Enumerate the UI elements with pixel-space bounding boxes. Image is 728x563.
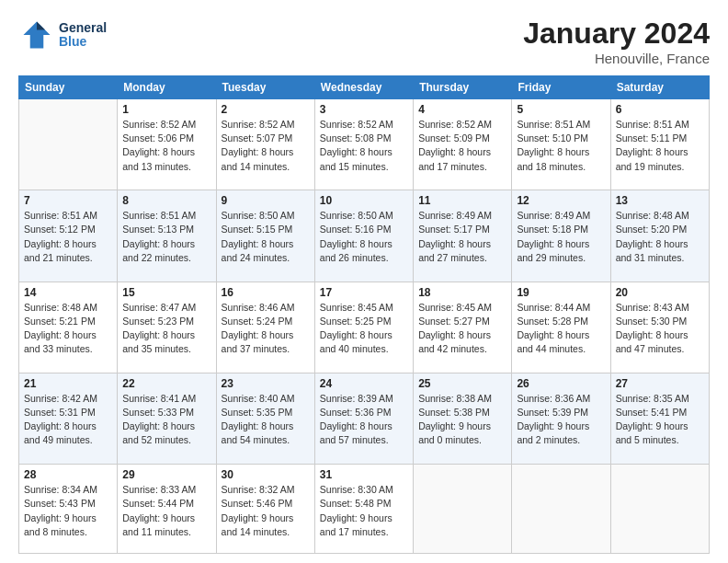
day-number: 31 bbox=[320, 468, 408, 481]
day-info: Sunrise: 8:46 AM Sunset: 5:24 PM Dayligh… bbox=[222, 301, 310, 357]
day-number: 15 bbox=[122, 286, 210, 299]
calendar-cell: 11Sunrise: 8:49 AM Sunset: 5:17 PM Dayli… bbox=[414, 190, 512, 282]
calendar-cell: 6Sunrise: 8:51 AM Sunset: 5:11 PM Daylig… bbox=[610, 99, 709, 190]
calendar-cell: 31Sunrise: 8:30 AM Sunset: 5:48 PM Dayli… bbox=[314, 465, 413, 554]
day-number: 10 bbox=[320, 194, 408, 207]
calendar-cell bbox=[610, 465, 709, 554]
day-info: Sunrise: 8:48 AM Sunset: 5:20 PM Dayligh… bbox=[616, 209, 704, 265]
calendar-cell: 18Sunrise: 8:45 AM Sunset: 5:27 PM Dayli… bbox=[414, 282, 512, 373]
day-info: Sunrise: 8:33 AM Sunset: 5:44 PM Dayligh… bbox=[122, 483, 210, 539]
day-info: Sunrise: 8:45 AM Sunset: 5:27 PM Dayligh… bbox=[418, 301, 506, 357]
weekday-header: Thursday bbox=[414, 76, 512, 99]
calendar-week-row: 14Sunrise: 8:48 AM Sunset: 5:21 PM Dayli… bbox=[19, 282, 710, 373]
title-block: January 2024 Henouville, France bbox=[523, 17, 710, 66]
calendar-cell bbox=[19, 99, 118, 190]
calendar-cell: 15Sunrise: 8:47 AM Sunset: 5:23 PM Dayli… bbox=[118, 282, 216, 373]
day-number: 16 bbox=[222, 286, 310, 299]
day-info: Sunrise: 8:43 AM Sunset: 5:30 PM Dayligh… bbox=[616, 301, 704, 357]
day-info: Sunrise: 8:51 AM Sunset: 5:13 PM Dayligh… bbox=[122, 209, 210, 265]
day-number: 25 bbox=[418, 377, 506, 390]
weekday-header: Saturday bbox=[610, 76, 709, 99]
calendar-cell: 10Sunrise: 8:50 AM Sunset: 5:16 PM Dayli… bbox=[314, 190, 413, 282]
day-number: 4 bbox=[418, 103, 506, 116]
calendar-week-row: 7Sunrise: 8:51 AM Sunset: 5:12 PM Daylig… bbox=[19, 190, 710, 282]
logo-blue-text: Blue bbox=[59, 35, 107, 49]
day-info: Sunrise: 8:32 AM Sunset: 5:46 PM Dayligh… bbox=[222, 483, 310, 539]
calendar-table: SundayMondayTuesdayWednesdayThursdayFrid… bbox=[18, 75, 710, 554]
day-number: 9 bbox=[222, 194, 310, 207]
day-info: Sunrise: 8:47 AM Sunset: 5:23 PM Dayligh… bbox=[122, 301, 210, 357]
weekday-header: Tuesday bbox=[216, 76, 314, 99]
calendar-cell: 25Sunrise: 8:38 AM Sunset: 5:38 PM Dayli… bbox=[414, 373, 512, 464]
day-number: 1 bbox=[122, 103, 210, 116]
header: General Blue January 2024 Henouville, Fr… bbox=[18, 17, 710, 66]
calendar-cell: 5Sunrise: 8:51 AM Sunset: 5:10 PM Daylig… bbox=[512, 99, 610, 190]
logo: General Blue bbox=[18, 17, 107, 53]
day-number: 24 bbox=[320, 377, 408, 390]
day-info: Sunrise: 8:39 AM Sunset: 5:36 PM Dayligh… bbox=[320, 392, 408, 448]
weekday-header: Wednesday bbox=[314, 76, 413, 99]
day-info: Sunrise: 8:44 AM Sunset: 5:28 PM Dayligh… bbox=[517, 301, 605, 357]
calendar-cell: 26Sunrise: 8:36 AM Sunset: 5:39 PM Dayli… bbox=[512, 373, 610, 464]
day-number: 11 bbox=[418, 194, 506, 207]
day-info: Sunrise: 8:52 AM Sunset: 5:08 PM Dayligh… bbox=[320, 118, 408, 174]
day-number: 12 bbox=[517, 194, 605, 207]
calendar-header: SundayMondayTuesdayWednesdayThursdayFrid… bbox=[19, 76, 710, 99]
day-info: Sunrise: 8:30 AM Sunset: 5:48 PM Dayligh… bbox=[320, 483, 408, 539]
day-number: 26 bbox=[517, 377, 605, 390]
day-number: 19 bbox=[517, 286, 605, 299]
day-number: 18 bbox=[418, 286, 506, 299]
day-info: Sunrise: 8:51 AM Sunset: 5:11 PM Dayligh… bbox=[616, 118, 704, 174]
day-info: Sunrise: 8:52 AM Sunset: 5:06 PM Dayligh… bbox=[122, 118, 210, 174]
day-info: Sunrise: 8:52 AM Sunset: 5:07 PM Dayligh… bbox=[222, 118, 310, 174]
day-number: 28 bbox=[24, 468, 112, 481]
day-number: 14 bbox=[24, 286, 112, 299]
day-info: Sunrise: 8:50 AM Sunset: 5:16 PM Dayligh… bbox=[320, 209, 408, 265]
day-number: 30 bbox=[222, 468, 310, 481]
day-info: Sunrise: 8:48 AM Sunset: 5:21 PM Dayligh… bbox=[24, 301, 112, 357]
calendar-cell: 28Sunrise: 8:34 AM Sunset: 5:43 PM Dayli… bbox=[19, 465, 118, 554]
day-info: Sunrise: 8:51 AM Sunset: 5:10 PM Dayligh… bbox=[517, 118, 605, 174]
day-info: Sunrise: 8:49 AM Sunset: 5:18 PM Dayligh… bbox=[517, 209, 605, 265]
calendar-cell: 29Sunrise: 8:33 AM Sunset: 5:44 PM Dayli… bbox=[118, 465, 216, 554]
day-number: 7 bbox=[24, 194, 112, 207]
calendar-cell: 8Sunrise: 8:51 AM Sunset: 5:13 PM Daylig… bbox=[118, 190, 216, 282]
weekday-header: Friday bbox=[512, 76, 610, 99]
calendar-cell: 24Sunrise: 8:39 AM Sunset: 5:36 PM Dayli… bbox=[314, 373, 413, 464]
day-info: Sunrise: 8:41 AM Sunset: 5:33 PM Dayligh… bbox=[122, 392, 210, 448]
day-info: Sunrise: 8:49 AM Sunset: 5:17 PM Dayligh… bbox=[418, 209, 506, 265]
calendar-cell: 14Sunrise: 8:48 AM Sunset: 5:21 PM Dayli… bbox=[19, 282, 118, 373]
calendar-cell: 22Sunrise: 8:41 AM Sunset: 5:33 PM Dayli… bbox=[118, 373, 216, 464]
calendar-cell: 19Sunrise: 8:44 AM Sunset: 5:28 PM Dayli… bbox=[512, 282, 610, 373]
calendar-cell: 12Sunrise: 8:49 AM Sunset: 5:18 PM Dayli… bbox=[512, 190, 610, 282]
day-number: 6 bbox=[616, 103, 704, 116]
day-number: 13 bbox=[616, 194, 704, 207]
calendar-cell: 7Sunrise: 8:51 AM Sunset: 5:12 PM Daylig… bbox=[19, 190, 118, 282]
day-info: Sunrise: 8:40 AM Sunset: 5:35 PM Dayligh… bbox=[222, 392, 310, 448]
day-info: Sunrise: 8:45 AM Sunset: 5:25 PM Dayligh… bbox=[320, 301, 408, 357]
calendar-cell: 17Sunrise: 8:45 AM Sunset: 5:25 PM Dayli… bbox=[314, 282, 413, 373]
calendar-cell: 9Sunrise: 8:50 AM Sunset: 5:15 PM Daylig… bbox=[216, 190, 314, 282]
calendar-body: 1Sunrise: 8:52 AM Sunset: 5:06 PM Daylig… bbox=[19, 99, 710, 554]
calendar-cell: 2Sunrise: 8:52 AM Sunset: 5:07 PM Daylig… bbox=[216, 99, 314, 190]
day-info: Sunrise: 8:34 AM Sunset: 5:43 PM Dayligh… bbox=[24, 483, 112, 539]
day-number: 20 bbox=[616, 286, 704, 299]
day-info: Sunrise: 8:35 AM Sunset: 5:41 PM Dayligh… bbox=[616, 392, 704, 448]
day-number: 3 bbox=[320, 103, 408, 116]
weekday-row: SundayMondayTuesdayWednesdayThursdayFrid… bbox=[19, 76, 710, 99]
day-number: 21 bbox=[24, 377, 112, 390]
calendar-cell bbox=[512, 465, 610, 554]
day-number: 22 bbox=[122, 377, 210, 390]
day-info: Sunrise: 8:38 AM Sunset: 5:38 PM Dayligh… bbox=[418, 392, 506, 448]
month-year: January 2024 bbox=[523, 17, 710, 51]
day-number: 2 bbox=[222, 103, 310, 116]
calendar-cell: 4Sunrise: 8:52 AM Sunset: 5:09 PM Daylig… bbox=[414, 99, 512, 190]
calendar-cell: 16Sunrise: 8:46 AM Sunset: 5:24 PM Dayli… bbox=[216, 282, 314, 373]
weekday-header: Monday bbox=[118, 76, 216, 99]
calendar-week-row: 21Sunrise: 8:42 AM Sunset: 5:31 PM Dayli… bbox=[19, 373, 710, 464]
calendar-cell: 21Sunrise: 8:42 AM Sunset: 5:31 PM Dayli… bbox=[19, 373, 118, 464]
day-info: Sunrise: 8:36 AM Sunset: 5:39 PM Dayligh… bbox=[517, 392, 605, 448]
calendar-week-row: 28Sunrise: 8:34 AM Sunset: 5:43 PM Dayli… bbox=[19, 465, 710, 554]
logo-icon bbox=[18, 17, 55, 53]
day-number: 29 bbox=[122, 468, 210, 481]
